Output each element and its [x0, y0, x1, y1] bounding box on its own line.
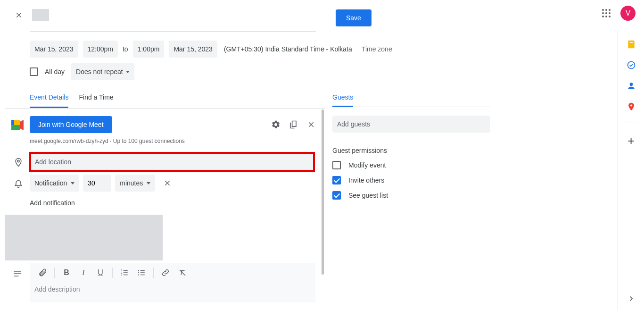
invite-others-checkbox[interactable]	[332, 176, 341, 184]
repeat-label: Does not repeat	[76, 68, 123, 75]
chevron-down-icon	[126, 71, 130, 73]
remove-meet-icon[interactable]	[307, 120, 315, 129]
svg-rect-2	[14, 120, 20, 125]
date-time-row: Mar 15, 2023 12:00pm to 1:00pm Mar 15, 2…	[30, 41, 392, 58]
add-addon-icon[interactable]: +	[627, 134, 635, 147]
svg-point-10	[138, 272, 139, 273]
underline-icon[interactable]: U	[92, 265, 108, 281]
svg-rect-1	[11, 125, 14, 130]
to-label: to	[123, 45, 128, 53]
location-pin-icon	[13, 157, 24, 168]
contacts-icon[interactable]	[627, 81, 636, 91]
notification-type-label: Notification	[34, 179, 67, 187]
see-guest-list-checkbox[interactable]	[332, 191, 341, 200]
calendar-owner-placeholder	[5, 215, 163, 260]
location-input[interactable]	[31, 154, 313, 170]
notification-unit-select[interactable]: minutes	[115, 175, 155, 192]
tab-event-details[interactable]: Event Details	[30, 93, 68, 108]
avatar[interactable]: V	[620, 6, 636, 21]
svg-point-5	[17, 160, 19, 162]
description-area: B I U 123 Add description	[30, 263, 315, 302]
chevron-down-icon	[71, 182, 74, 184]
svg-rect-0	[11, 120, 14, 125]
add-notification-button[interactable]: Add notification	[30, 199, 75, 207]
description-icon	[13, 269, 22, 278]
scrollbar[interactable]	[322, 109, 324, 275]
guests-underline	[332, 107, 490, 107]
add-guests-input[interactable]	[332, 116, 490, 133]
description-toolbar: B I U 123	[30, 263, 315, 283]
guest-permissions-title: Guest permissions	[332, 147, 490, 154]
modify-event-label: Modify event	[348, 161, 386, 169]
svg-marker-4	[20, 120, 24, 130]
join-google-meet-button[interactable]: Join with Google Meet	[30, 116, 112, 133]
remove-notification-icon[interactable]	[159, 175, 176, 192]
svg-rect-3	[14, 125, 20, 130]
svg-point-14	[627, 62, 635, 69]
maps-icon[interactable]	[627, 102, 636, 111]
tasks-icon[interactable]	[627, 60, 636, 70]
description-input[interactable]: Add description	[30, 283, 315, 302]
meet-settings-icon[interactable]	[271, 120, 281, 129]
link-icon[interactable]	[157, 265, 173, 281]
collapse-panel-icon[interactable]	[627, 294, 636, 303]
start-time-chip[interactable]: 12:00pm	[83, 41, 118, 58]
sidebar-divider	[626, 123, 637, 123]
title-underline	[30, 31, 316, 32]
bullet-list-icon[interactable]	[133, 265, 149, 281]
svg-text:3: 3	[121, 274, 123, 276]
google-apps-icon[interactable]	[601, 8, 612, 19]
title-placeholder[interactable]	[32, 9, 49, 21]
invite-others-label: Invite others	[348, 176, 384, 184]
svg-point-11	[138, 274, 139, 275]
numbered-list-icon[interactable]: 123	[116, 265, 132, 281]
meet-link-text: meet.google.com/rwb-dzyh-zyd · Up to 100…	[30, 138, 315, 144]
svg-point-15	[629, 83, 633, 86]
svg-rect-12	[628, 41, 634, 49]
italic-icon[interactable]: I	[75, 265, 91, 281]
chevron-down-icon	[147, 182, 150, 184]
allday-row: All day Does not repeat	[30, 63, 134, 80]
allday-label: All day	[45, 68, 65, 75]
timezone-text: (GMT+05:30) India Standard Time - Kolkat…	[224, 45, 352, 53]
end-time-chip[interactable]: 1:00pm	[133, 41, 165, 58]
start-date-chip[interactable]: Mar 15, 2023	[30, 41, 78, 58]
google-meet-icon	[11, 120, 24, 130]
svg-point-16	[630, 104, 632, 106]
timezone-link[interactable]: Time zone	[362, 45, 392, 53]
save-button[interactable]: Save	[336, 9, 372, 26]
close-icon[interactable]	[13, 9, 25, 21]
clear-formatting-icon[interactable]	[174, 265, 190, 281]
bell-icon	[13, 178, 24, 190]
notification-type-select[interactable]: Notification	[30, 175, 79, 192]
repeat-select[interactable]: Does not repeat	[71, 63, 134, 80]
tab-guests[interactable]: Guests	[332, 93, 353, 107]
location-highlight	[29, 152, 315, 172]
allday-checkbox[interactable]	[30, 67, 38, 76]
notification-unit-label: minutes	[120, 179, 143, 187]
attach-icon[interactable]	[34, 265, 50, 281]
bold-icon[interactable]: B	[58, 265, 74, 281]
tabs-underline	[5, 108, 325, 109]
modify-event-checkbox[interactable]	[332, 161, 341, 169]
svg-point-9	[138, 270, 139, 271]
side-panel: +	[618, 30, 644, 310]
notification-value-input[interactable]	[83, 175, 111, 192]
see-guest-list-label: See guest list	[348, 192, 388, 199]
end-date-chip[interactable]: Mar 15, 2023	[169, 41, 217, 58]
keep-icon[interactable]	[627, 40, 636, 49]
svg-rect-13	[629, 42, 633, 43]
copy-meet-icon[interactable]	[289, 120, 298, 129]
tab-find-a-time[interactable]: Find a Time	[79, 93, 113, 108]
